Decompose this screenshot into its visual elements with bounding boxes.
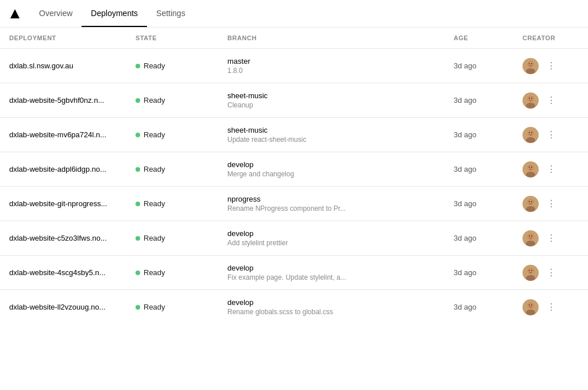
state-cell: Ready xyxy=(126,152,218,187)
age-text: 3d ago xyxy=(454,130,477,139)
age-cell: 3d ago xyxy=(444,290,513,325)
tab-settings[interactable]: Settings xyxy=(147,0,195,27)
more-options-button[interactable]: ⋮ xyxy=(544,95,558,106)
age-cell: 3d ago xyxy=(444,152,513,187)
state-cell: Ready xyxy=(126,49,218,83)
state-label: Ready xyxy=(144,130,165,139)
col-header-age: AGE xyxy=(444,28,513,49)
table-row: dxlab-website-adpl6idgp.no... Ready deve… xyxy=(0,152,588,187)
branch-sub: Update react-sheet-music xyxy=(227,136,435,144)
state-label: Ready xyxy=(144,303,165,311)
creator-cell: ⋮ xyxy=(513,221,588,256)
avatar xyxy=(523,58,539,74)
avatar xyxy=(523,92,539,109)
branch-main: nprogress xyxy=(227,195,435,203)
svg-point-30 xyxy=(531,201,532,202)
state-dot xyxy=(136,202,140,206)
state-cell: Ready xyxy=(126,221,218,256)
svg-marker-0 xyxy=(10,9,20,18)
avatar xyxy=(523,127,539,143)
branch-sub: Cleanup xyxy=(227,101,435,109)
branch-cell: nprogress Rename NProgress component to … xyxy=(218,187,444,221)
age-cell: 3d ago xyxy=(444,118,513,152)
table-row: dxlab-website-ll2vzouug.no... Ready deve… xyxy=(0,290,588,325)
svg-point-27 xyxy=(526,206,535,212)
avatar xyxy=(523,196,539,212)
state-cell: Ready xyxy=(126,256,218,290)
table-header-row: DEPLOYMENT STATE BRANCH AGE CREATOR xyxy=(0,28,588,49)
svg-point-29 xyxy=(529,201,530,202)
deployments-table: DEPLOYMENT STATE BRANCH AGE CREATOR dxla… xyxy=(0,28,588,324)
branch-cell: develop Rename globals.scss to global.cs… xyxy=(218,290,444,325)
svg-point-45 xyxy=(526,310,535,315)
age-cell: 3d ago xyxy=(444,221,513,256)
age-cell: 3d ago xyxy=(444,187,513,221)
age-text: 3d ago xyxy=(454,199,477,208)
avatar xyxy=(523,265,539,281)
state-label: Ready xyxy=(144,61,165,70)
age-text: 3d ago xyxy=(454,234,477,242)
svg-point-23 xyxy=(529,167,530,168)
state-cell: Ready xyxy=(126,83,218,118)
branch-main: sheet-music xyxy=(227,126,435,134)
age-text: 3d ago xyxy=(454,303,477,311)
more-options-button[interactable]: ⋮ xyxy=(544,129,558,141)
more-options-button[interactable]: ⋮ xyxy=(544,164,558,175)
svg-point-33 xyxy=(526,241,535,246)
state-dot xyxy=(136,98,140,103)
svg-point-11 xyxy=(529,98,530,99)
branch-cell: develop Fix example page. Update styleli… xyxy=(218,256,444,290)
state-dot xyxy=(136,167,140,172)
table-row: dxlab-website-4scg4sby5.n... Ready devel… xyxy=(0,256,588,290)
age-text: 3d ago xyxy=(454,268,477,277)
avatar xyxy=(523,299,539,315)
svg-point-41 xyxy=(529,270,530,271)
svg-point-5 xyxy=(529,63,530,64)
creator-cell: ⋮ xyxy=(513,290,588,325)
more-options-button[interactable]: ⋮ xyxy=(544,302,558,313)
tab-overview[interactable]: Overview xyxy=(30,0,82,27)
creator-cell: ⋮ xyxy=(513,152,588,187)
tab-deployments[interactable]: Deployments xyxy=(82,0,147,27)
branch-main: develop xyxy=(227,264,435,272)
table-row: dxlab-website-c5zo3lfws.no... Ready deve… xyxy=(0,221,588,256)
age-text: 3d ago xyxy=(454,96,477,105)
svg-point-36 xyxy=(531,235,532,237)
avatar xyxy=(523,230,539,246)
svg-point-15 xyxy=(526,137,535,143)
more-options-button[interactable]: ⋮ xyxy=(544,233,558,244)
svg-point-48 xyxy=(531,304,532,306)
svg-point-24 xyxy=(531,167,532,168)
svg-point-47 xyxy=(529,304,530,306)
svg-point-3 xyxy=(526,68,535,74)
branch-cell: master 1.8.0 xyxy=(218,49,444,83)
col-header-creator: CREATOR xyxy=(513,28,588,49)
state-cell: Ready xyxy=(126,187,218,221)
branch-sub: Rename NProgress component to Pr... xyxy=(227,204,435,213)
state-dot xyxy=(136,133,140,137)
state-dot xyxy=(136,236,140,241)
branch-cell: develop Add stylelint prettier xyxy=(218,221,444,256)
branch-sub: Rename globals.scss to global.css xyxy=(227,308,435,316)
table-row: dxlab-website-5gbvhf0nz.n... Ready sheet… xyxy=(0,83,588,118)
state-label: Ready xyxy=(144,165,165,173)
branch-cell: sheet-music Update react-sheet-music xyxy=(218,118,444,152)
svg-point-6 xyxy=(531,63,532,64)
state-cell: Ready xyxy=(126,118,218,152)
branch-main: master xyxy=(227,57,435,65)
state-dot xyxy=(136,305,140,310)
deployment-name-cell: dxlab-website-git-nprogress... xyxy=(0,187,126,221)
state-dot xyxy=(136,271,140,275)
deployment-name-cell: dxlab.sl.nsw.gov.au xyxy=(0,49,126,83)
age-cell: 3d ago xyxy=(444,49,513,83)
state-label: Ready xyxy=(144,268,165,277)
more-options-button[interactable]: ⋮ xyxy=(544,267,558,279)
col-header-branch: BRANCH xyxy=(218,28,444,49)
state-cell: Ready xyxy=(126,290,218,325)
more-options-button[interactable]: ⋮ xyxy=(544,60,558,72)
branch-sub: Merge and changelog xyxy=(227,170,435,178)
more-options-button[interactable]: ⋮ xyxy=(544,198,558,210)
branch-sub: Add stylelint prettier xyxy=(227,239,435,247)
table-row: dxlab-website-mv6pa724l.n... Ready sheet… xyxy=(0,118,588,152)
avatar xyxy=(523,161,539,177)
